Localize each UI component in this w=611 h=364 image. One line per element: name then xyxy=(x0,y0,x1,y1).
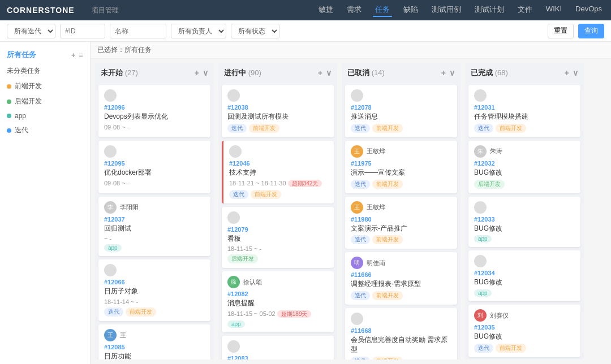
card-#11666[interactable]: 明 明佳南 #11666 调整经理报表-需求原型 迭代前端开发 xyxy=(345,252,457,305)
id-input[interactable] xyxy=(60,24,105,38)
group-label: 前端开发 xyxy=(15,81,42,91)
card-title: BUG修改 xyxy=(474,278,575,287)
nav-item-缺陷[interactable]: 缺陷 xyxy=(401,3,420,17)
sidebar-item-前端开发[interactable]: 前端开发 xyxy=(0,79,90,94)
card-#12046[interactable]: #12046 技术支持 18-11-21 ~ 18-11-30 超期342天 迭… xyxy=(222,141,334,203)
nav-item-任务[interactable]: 任务 xyxy=(373,3,392,17)
card-#12096[interactable]: #12096 Devops列表显示优化 09-08 ~ - xyxy=(98,85,210,137)
card-top xyxy=(227,340,328,353)
menu-icon[interactable]: ≡ xyxy=(79,51,83,59)
avatar xyxy=(229,145,242,158)
card-#12095[interactable]: #12095 优化docker部署 09-08 ~ - xyxy=(98,141,210,193)
card-#12083[interactable]: #12083 报表提交 18-11-15 ~ - 迭代前端开发 xyxy=(222,336,334,359)
card-tags: 后端开发 xyxy=(474,180,575,189)
nav-item-WIKI[interactable]: WIKI xyxy=(544,3,564,17)
column-header-actions: + ∨ xyxy=(318,68,332,77)
group-label: 后端开发 xyxy=(15,97,42,106)
card-id: #12083 xyxy=(227,355,328,359)
card-#12035[interactable]: 刘 刘赛仪 #12035 BUG修改 迭代前端开发 xyxy=(468,305,580,357)
card-id: #12095 xyxy=(104,160,205,167)
card-#12031[interactable]: #12031 任务管理模块搭建 迭代前端开发 xyxy=(468,85,580,137)
assignee-select[interactable]: 所有负责人 xyxy=(171,24,226,38)
card-title: 会员信息完善度自动奖励 需求原型 xyxy=(351,335,451,354)
card-#12032[interactable]: 朱 朱涛 #12032 BUG修改 后端开发 xyxy=(468,141,580,193)
sidebar-item-unclassified[interactable]: 未分类任务 xyxy=(0,63,90,79)
group-label: app xyxy=(15,112,26,120)
sidebar-item-app[interactable]: app xyxy=(0,109,90,123)
card-id: #12034 xyxy=(474,270,575,276)
nav-item-敏捷[interactable]: 敏捷 xyxy=(316,3,335,17)
status-select[interactable]: 所有状态 xyxy=(231,24,279,38)
card-#12066[interactable]: #12066 日历子对象 18-11-14 ~ - 迭代前端开发 xyxy=(98,259,210,321)
card-tag: 迭代 xyxy=(351,124,370,133)
card-#12078[interactable]: #12078 推送消息 迭代前端开发 xyxy=(345,85,457,137)
card-id: #12079 xyxy=(227,226,328,233)
avatar xyxy=(474,255,487,267)
avatar-name: 王敏烨 xyxy=(367,203,385,211)
card-#12034[interactable]: #12034 BUG修改 app xyxy=(468,250,580,301)
expand-icon[interactable]: ∨ xyxy=(573,68,578,77)
reset-button[interactable]: 重置 xyxy=(548,24,574,38)
add-card-icon[interactable]: + xyxy=(565,68,569,77)
card-top: 王 王 xyxy=(104,329,205,341)
card-top xyxy=(474,89,575,102)
card-#12085[interactable]: 王 王 #12085 日历功能 18-11-13 ~ 11-28 剩余21天 迭… xyxy=(98,324,210,359)
card-#12038[interactable]: #12038 回测及测试所有模块 迭代前端开发 xyxy=(222,85,334,137)
query-button[interactable]: 查询 xyxy=(578,24,604,38)
card-tag: 迭代 xyxy=(351,235,370,244)
avatar xyxy=(351,313,363,325)
card-#12033[interactable]: #12033 BUG修改 app xyxy=(468,197,580,248)
card-id: #12037 xyxy=(104,216,205,223)
logo: CORNERSTONE xyxy=(7,6,75,15)
nav-item-测试计划[interactable]: 测试计划 xyxy=(472,3,506,17)
sidebar-item-后端开发[interactable]: 后端开发 xyxy=(0,94,90,109)
card-title: 看板 xyxy=(227,234,328,244)
expand-icon[interactable]: ∨ xyxy=(449,68,455,77)
card-id: #12035 xyxy=(474,324,575,331)
card-title: 日历子对象 xyxy=(104,287,205,296)
avatar-name: 明佳南 xyxy=(367,259,385,267)
avatar xyxy=(227,340,240,353)
iteration-select[interactable]: 所有迭代 xyxy=(7,24,55,38)
avatar-name: 徐认颂 xyxy=(243,278,262,287)
card-id: #12085 xyxy=(104,344,205,350)
card-#11668[interactable]: #11668 会员信息完善度自动奖励 需求原型 迭代前端开发 xyxy=(345,308,457,359)
add-card-icon[interactable]: + xyxy=(318,68,322,77)
card-tag: 迭代 xyxy=(351,291,370,300)
nav-item-需求[interactable]: 需求 xyxy=(345,3,364,17)
card-#11975[interactable]: 王 王敏烨 #11975 演示——宣传文案 迭代前端开发 xyxy=(345,141,457,193)
all-tasks-label[interactable]: 所有任务 xyxy=(7,50,36,60)
card-#12079[interactable]: #12079 看板 18-11-15 ~ - 后端开发 xyxy=(222,207,334,268)
name-input[interactable] xyxy=(110,24,166,38)
avatar-name: 朱涛 xyxy=(490,147,502,155)
card-tags: 后端开发 xyxy=(227,254,328,263)
nav-item-测试用例[interactable]: 测试用例 xyxy=(429,3,463,17)
sidebar-item-迭代[interactable]: 迭代 xyxy=(0,123,90,138)
card-date: 09-08 ~ - xyxy=(104,180,205,187)
nav-items: 敏捷需求任务缺陷测试用例测试计划文件WIKIDevOps xyxy=(316,3,604,17)
avatar-name: 刘赛仪 xyxy=(490,311,509,320)
card-id: #12066 xyxy=(104,279,205,285)
avatar: 徐 xyxy=(227,276,240,288)
card-#12037[interactable]: 李 李阳阳 #12037 回归测试 ~ - app xyxy=(98,197,210,257)
card-#11980[interactable]: 王 王敏烨 #11980 文案演示-产品推广 迭代前端开发 xyxy=(345,197,457,249)
dot-icon xyxy=(7,99,11,104)
card-title: 演示——宣传文案 xyxy=(351,168,451,177)
expand-icon[interactable]: ∨ xyxy=(326,68,332,77)
add-card-icon[interactable]: + xyxy=(195,68,199,77)
card-#12082[interactable]: 徐 徐认颂 #12082 消息提醒 18-11-15 ~ 05-02 超期189… xyxy=(222,271,334,332)
avatar xyxy=(474,89,487,102)
expand-icon[interactable]: ∨ xyxy=(203,68,208,77)
add-card-icon[interactable]: + xyxy=(441,68,446,77)
sidebar: 所有任务 + ≡ 未分类任务 前端开发后端开发app迭代 xyxy=(0,42,91,364)
card-tag: 迭代 xyxy=(474,124,493,133)
card-tag: 迭代 xyxy=(104,307,123,317)
board-column-已完成: 已完成 (68) + ∨ #12031 任务管理模块搭建 迭代前端开发 朱 朱涛… xyxy=(465,63,584,359)
card-tag: 后端开发 xyxy=(227,254,258,263)
add-task-icon[interactable]: + xyxy=(71,51,76,59)
card-id: #11975 xyxy=(351,160,451,167)
nav-item-DevOps[interactable]: DevOps xyxy=(573,3,604,17)
nav-item-文件[interactable]: 文件 xyxy=(515,3,535,17)
card-date: 18-11-15 ~ - xyxy=(227,245,328,252)
card-id: #11668 xyxy=(351,327,451,334)
